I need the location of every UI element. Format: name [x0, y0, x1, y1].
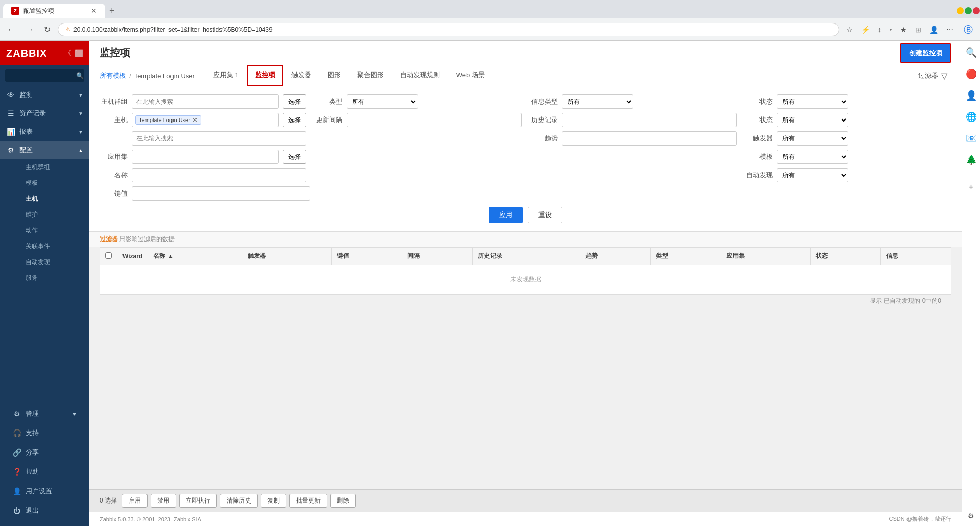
- forward-button[interactable]: →: [22, 23, 37, 36]
- right-sidebar-settings-icon[interactable]: ⚙: [966, 510, 976, 522]
- sidebar-search-input[interactable]: [5, 69, 84, 82]
- host-tag-remove-button[interactable]: ✕: [192, 116, 198, 124]
- info-type-select[interactable]: 所有: [562, 94, 633, 109]
- sidebar-item-maintenance[interactable]: 维护: [19, 207, 89, 223]
- reports-icon: 📊: [6, 128, 15, 136]
- host-tag-input-area[interactable]: Template Login User ✕: [132, 113, 279, 127]
- right-sidebar-add-icon[interactable]: +: [966, 180, 976, 195]
- tab-graphs[interactable]: 图形: [320, 65, 349, 86]
- status-select[interactable]: 所有: [777, 94, 848, 109]
- maximize-button[interactable]: [965, 7, 972, 14]
- execute-now-button[interactable]: 立即执行: [179, 494, 217, 508]
- reset-filter-button[interactable]: 重设: [528, 207, 562, 223]
- minimize-button[interactable]: [957, 7, 964, 14]
- filter-status-row: 状态 所有: [745, 94, 951, 109]
- delete-button[interactable]: 删除: [330, 494, 356, 508]
- address-bar[interactable]: ⚠ 20.0.0.100/zabbix/items.php?filter_set…: [58, 23, 839, 36]
- sidebar-item-services[interactable]: 服务: [19, 270, 89, 286]
- copy-button[interactable]: 复制: [261, 494, 286, 508]
- sidebar-item-actions[interactable]: 动作: [19, 223, 89, 238]
- url-text: 20.0.0.100/zabbix/items.php?filter_set=1…: [74, 26, 273, 33]
- sidebar-item-reports-label: 报表: [19, 127, 33, 136]
- filter-info-label[interactable]: 过滤器: [100, 235, 118, 243]
- auto-discover-select[interactable]: 所有: [777, 168, 848, 182]
- th-name[interactable]: 名称 ▲: [148, 248, 242, 265]
- host-select-button[interactable]: 选择: [283, 113, 306, 127]
- favorites-button[interactable]: ★: [897, 23, 910, 36]
- tab-triggers[interactable]: 触发器: [283, 65, 320, 86]
- host-tag-text: Template Login User: [139, 117, 190, 123]
- edge-icon-button[interactable]: Ⓑ: [961, 21, 976, 38]
- profile-button[interactable]: 👤: [926, 23, 941, 36]
- sidebar-item-monitor[interactable]: 👁 监测 ▼: [0, 86, 89, 104]
- performance-button[interactable]: ⚡: [858, 23, 873, 36]
- sync-button[interactable]: ↕: [875, 23, 885, 36]
- split-view-button[interactable]: ▫: [887, 23, 895, 36]
- sidebar-expand-button[interactable]: ⬜: [75, 49, 83, 58]
- back-button[interactable]: ←: [4, 23, 18, 36]
- host-group-input[interactable]: [132, 94, 279, 109]
- sidebar-item-share[interactable]: 🔗 分享: [6, 443, 83, 462]
- status2-select[interactable]: 所有: [777, 113, 848, 127]
- app-set-select-button[interactable]: 选择: [283, 150, 306, 164]
- collections-button[interactable]: ⊞: [912, 23, 924, 36]
- new-tab-button[interactable]: +: [105, 6, 119, 16]
- right-sidebar-global-icon[interactable]: 🌐: [964, 109, 979, 125]
- tab-auto-discovery[interactable]: 自动发现规则: [392, 65, 448, 86]
- batch-update-button[interactable]: 批量更新: [289, 494, 327, 508]
- bookmark-star-button[interactable]: ☆: [843, 23, 856, 36]
- trigger-select[interactable]: 所有: [777, 131, 848, 146]
- filter-template-row: 模板 所有: [745, 150, 951, 164]
- disable-button[interactable]: 禁用: [151, 494, 176, 508]
- right-sidebar-search-icon[interactable]: 🔍: [964, 45, 979, 60]
- template-select[interactable]: 所有: [777, 150, 848, 164]
- active-browser-tab[interactable]: Z 配置监控项 ✕: [3, 4, 105, 18]
- search-icon: 🔍: [76, 72, 84, 79]
- tab-web-scenarios[interactable]: Web 场景: [448, 65, 493, 86]
- sidebar-item-reports[interactable]: 📊 报表 ▼: [0, 123, 89, 141]
- filter-type-row: 类型 所有: [314, 94, 521, 109]
- create-item-button[interactable]: 创建监控项: [900, 43, 951, 63]
- update-interval-input[interactable]: [347, 113, 521, 127]
- tab-aggregate-graphs[interactable]: 聚合图形: [349, 65, 392, 86]
- right-sidebar-user-icon[interactable]: 👤: [964, 88, 979, 103]
- sidebar-item-correlations[interactable]: 关联事件: [19, 238, 89, 254]
- app-set-input[interactable]: [132, 150, 279, 164]
- sidebar-item-admin[interactable]: ⚙ 管理 ▼: [6, 404, 83, 423]
- reload-button[interactable]: ↻: [41, 22, 54, 36]
- sidebar-item-templates[interactable]: 模板: [19, 175, 89, 191]
- sidebar-item-user-settings[interactable]: 👤 用户设置: [6, 482, 83, 500]
- trend-input[interactable]: [562, 131, 737, 146]
- clear-history-button[interactable]: 清除历史: [220, 494, 258, 508]
- right-sidebar-notifications-icon[interactable]: 🔴: [964, 66, 979, 82]
- sidebar-item-logout[interactable]: ⏻ 退出: [6, 501, 83, 520]
- tab-close-button[interactable]: ✕: [91, 7, 97, 15]
- more-button[interactable]: ⋯: [943, 23, 957, 36]
- right-sidebar-tree-icon[interactable]: 🌲: [964, 152, 979, 168]
- sidebar-item-discovery[interactable]: 自动发现: [19, 254, 89, 270]
- sidebar-item-logout-label: 退出: [26, 506, 39, 515]
- tab-applications[interactable]: 应用集 1: [205, 65, 247, 86]
- filter-auto-discover-row: 自动发现 所有: [745, 168, 951, 182]
- type-select[interactable]: 所有: [347, 94, 418, 109]
- apply-filter-button[interactable]: 应用: [489, 207, 523, 223]
- name-input[interactable]: [132, 168, 306, 182]
- filter-icon[interactable]: ▽: [941, 71, 947, 81]
- host-group-select-button[interactable]: 选择: [283, 94, 306, 109]
- key-input[interactable]: [132, 186, 310, 201]
- sidebar-collapse-button[interactable]: 《: [64, 49, 71, 58]
- sidebar-item-support[interactable]: 🎧 支持: [6, 424, 83, 442]
- history-input[interactable]: [562, 113, 737, 127]
- host-search-sub-input[interactable]: [132, 131, 306, 146]
- sidebar-item-hosts[interactable]: 主机: [19, 191, 89, 207]
- tab-items[interactable]: 监控项: [247, 65, 283, 86]
- close-window-button[interactable]: [973, 7, 980, 14]
- sidebar-item-help[interactable]: ❓ 帮助: [6, 463, 83, 481]
- enable-button[interactable]: 启用: [122, 494, 148, 508]
- sidebar-item-hostgroups[interactable]: 主机群组: [19, 159, 89, 175]
- sidebar-item-config[interactable]: ⚙ 配置 ▲: [0, 141, 89, 159]
- select-all-checkbox[interactable]: [105, 252, 112, 259]
- sidebar-item-assets[interactable]: ☰ 资产记录 ▼: [0, 104, 89, 123]
- breadcrumb-all-templates-link[interactable]: 所有模板: [100, 71, 126, 80]
- right-sidebar-mail-icon[interactable]: 📧: [964, 131, 979, 146]
